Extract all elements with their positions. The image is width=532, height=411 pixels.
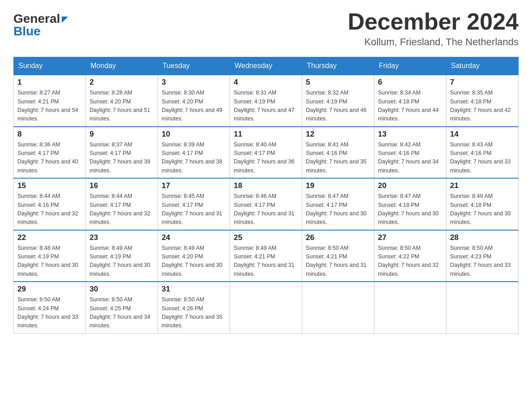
day-number: 16	[90, 181, 154, 190]
calendar-cell: 4Sunrise: 8:31 AMSunset: 4:19 PMDaylight…	[230, 75, 302, 127]
day-info: Sunrise: 8:50 AMSunset: 4:21 PMDaylight:…	[306, 244, 370, 279]
calendar-cell: 9Sunrise: 8:37 AMSunset: 4:17 PMDaylight…	[86, 127, 158, 179]
calendar-cell	[374, 282, 446, 333]
day-number: 6	[378, 78, 442, 87]
title-block: December 2024 Kollum, Friesland, The Net…	[348, 9, 519, 48]
day-info: Sunrise: 8:43 AMSunset: 4:16 PMDaylight:…	[450, 141, 515, 176]
calendar-cell: 7Sunrise: 8:35 AMSunset: 4:18 PMDaylight…	[446, 75, 519, 127]
calendar-cell: 29Sunrise: 8:50 AMSunset: 4:24 PMDayligh…	[14, 282, 86, 333]
calendar-week-4: 22Sunrise: 8:48 AMSunset: 4:19 PMDayligh…	[14, 230, 519, 282]
day-info: Sunrise: 8:27 AMSunset: 4:21 PMDaylight:…	[17, 89, 82, 124]
day-number: 7	[450, 78, 515, 87]
day-info: Sunrise: 8:37 AMSunset: 4:17 PMDaylight:…	[90, 141, 154, 176]
day-number: 10	[162, 130, 226, 139]
calendar-cell	[302, 282, 374, 333]
day-number: 20	[378, 181, 442, 190]
day-number: 27	[378, 233, 442, 242]
day-info: Sunrise: 8:46 AMSunset: 4:17 PMDaylight:…	[234, 192, 298, 227]
calendar-cell: 2Sunrise: 8:28 AMSunset: 4:20 PMDaylight…	[86, 75, 158, 127]
header-thursday: Thursday	[302, 57, 374, 75]
month-title: December 2024	[348, 9, 519, 34]
calendar-cell: 5Sunrise: 8:32 AMSunset: 4:19 PMDaylight…	[302, 75, 374, 127]
day-number: 14	[450, 130, 515, 139]
header-tuesday: Tuesday	[158, 57, 230, 75]
calendar-week-1: 1Sunrise: 8:27 AMSunset: 4:21 PMDaylight…	[14, 75, 519, 127]
calendar-cell: 19Sunrise: 8:47 AMSunset: 4:17 PMDayligh…	[302, 178, 374, 230]
page-header: General Blue December 2024 Kollum, Fries…	[13, 9, 519, 48]
calendar-cell: 20Sunrise: 8:47 AMSunset: 4:18 PMDayligh…	[374, 178, 446, 230]
calendar-cell: 3Sunrise: 8:30 AMSunset: 4:20 PMDaylight…	[158, 75, 230, 127]
calendar-cell: 30Sunrise: 8:50 AMSunset: 4:25 PMDayligh…	[86, 282, 158, 333]
logo-general-text: General	[13, 13, 68, 25]
calendar-cell: 14Sunrise: 8:43 AMSunset: 4:16 PMDayligh…	[446, 127, 519, 179]
day-number: 13	[378, 130, 442, 139]
day-number: 3	[162, 78, 226, 87]
header-sunday: Sunday	[14, 57, 86, 75]
day-number: 2	[90, 78, 154, 87]
day-info: Sunrise: 8:50 AMSunset: 4:24 PMDaylight:…	[17, 295, 82, 330]
calendar-cell: 24Sunrise: 8:49 AMSunset: 4:20 PMDayligh…	[158, 230, 230, 282]
calendar-cell: 23Sunrise: 8:49 AMSunset: 4:19 PMDayligh…	[86, 230, 158, 282]
calendar-cell: 26Sunrise: 8:50 AMSunset: 4:21 PMDayligh…	[302, 230, 374, 282]
calendar-table: Sunday Monday Tuesday Wednesday Thursday…	[13, 57, 519, 334]
header-saturday: Saturday	[446, 57, 519, 75]
day-number: 17	[162, 181, 226, 190]
location-subtitle: Kollum, Friesland, The Netherlands	[348, 36, 519, 48]
day-info: Sunrise: 8:47 AMSunset: 4:18 PMDaylight:…	[378, 192, 442, 227]
calendar-cell: 11Sunrise: 8:40 AMSunset: 4:17 PMDayligh…	[230, 127, 302, 179]
logo: General Blue	[13, 13, 68, 38]
calendar-cell: 10Sunrise: 8:39 AMSunset: 4:17 PMDayligh…	[158, 127, 230, 179]
day-number: 25	[234, 233, 298, 242]
day-info: Sunrise: 8:30 AMSunset: 4:20 PMDaylight:…	[162, 89, 226, 124]
day-info: Sunrise: 8:40 AMSunset: 4:17 PMDaylight:…	[234, 141, 298, 176]
calendar-cell: 1Sunrise: 8:27 AMSunset: 4:21 PMDaylight…	[14, 75, 86, 127]
calendar-cell: 25Sunrise: 8:49 AMSunset: 4:21 PMDayligh…	[230, 230, 302, 282]
day-number: 1	[17, 78, 82, 87]
calendar-cell: 13Sunrise: 8:42 AMSunset: 4:16 PMDayligh…	[374, 127, 446, 179]
day-info: Sunrise: 8:45 AMSunset: 4:17 PMDaylight:…	[162, 192, 226, 227]
calendar-cell: 15Sunrise: 8:44 AMSunset: 4:16 PMDayligh…	[14, 178, 86, 230]
day-number: 15	[17, 181, 82, 190]
day-info: Sunrise: 8:34 AMSunset: 4:18 PMDaylight:…	[378, 89, 442, 124]
day-number: 9	[90, 130, 154, 139]
day-number: 19	[306, 181, 370, 190]
header-monday: Monday	[86, 57, 158, 75]
calendar-cell: 6Sunrise: 8:34 AMSunset: 4:18 PMDaylight…	[374, 75, 446, 127]
day-info: Sunrise: 8:44 AMSunset: 4:17 PMDaylight:…	[90, 192, 154, 227]
day-info: Sunrise: 8:32 AMSunset: 4:19 PMDaylight:…	[306, 89, 370, 124]
day-info: Sunrise: 8:50 AMSunset: 4:22 PMDaylight:…	[378, 244, 442, 279]
day-number: 24	[162, 233, 226, 242]
day-number: 23	[90, 233, 154, 242]
day-info: Sunrise: 8:39 AMSunset: 4:17 PMDaylight:…	[162, 141, 226, 176]
day-number: 28	[450, 233, 515, 242]
day-info: Sunrise: 8:35 AMSunset: 4:18 PMDaylight:…	[450, 89, 515, 124]
day-info: Sunrise: 8:48 AMSunset: 4:19 PMDaylight:…	[17, 244, 82, 279]
calendar-cell: 12Sunrise: 8:41 AMSunset: 4:16 PMDayligh…	[302, 127, 374, 179]
day-info: Sunrise: 8:44 AMSunset: 4:16 PMDaylight:…	[17, 192, 82, 227]
day-number: 22	[17, 233, 82, 242]
day-info: Sunrise: 8:31 AMSunset: 4:19 PMDaylight:…	[234, 89, 298, 124]
calendar-cell: 17Sunrise: 8:45 AMSunset: 4:17 PMDayligh…	[158, 178, 230, 230]
day-info: Sunrise: 8:28 AMSunset: 4:20 PMDaylight:…	[90, 89, 154, 124]
calendar-header-row: Sunday Monday Tuesday Wednesday Thursday…	[14, 57, 519, 75]
day-info: Sunrise: 8:47 AMSunset: 4:17 PMDaylight:…	[306, 192, 370, 227]
calendar-week-2: 8Sunrise: 8:36 AMSunset: 4:17 PMDaylight…	[14, 127, 519, 179]
day-info: Sunrise: 8:49 AMSunset: 4:19 PMDaylight:…	[90, 244, 154, 279]
day-number: 26	[306, 233, 370, 242]
day-info: Sunrise: 8:48 AMSunset: 4:18 PMDaylight:…	[450, 192, 515, 227]
day-number: 4	[234, 78, 298, 87]
day-number: 29	[17, 285, 82, 294]
calendar-cell: 16Sunrise: 8:44 AMSunset: 4:17 PMDayligh…	[86, 178, 158, 230]
logo-blue-text: Blue	[13, 25, 41, 38]
header-wednesday: Wednesday	[230, 57, 302, 75]
day-number: 21	[450, 181, 515, 190]
calendar-week-3: 15Sunrise: 8:44 AMSunset: 4:16 PMDayligh…	[14, 178, 519, 230]
day-info: Sunrise: 8:41 AMSunset: 4:16 PMDaylight:…	[306, 141, 370, 176]
day-info: Sunrise: 8:42 AMSunset: 4:16 PMDaylight:…	[378, 141, 442, 176]
day-number: 12	[306, 130, 370, 139]
calendar-cell: 18Sunrise: 8:46 AMSunset: 4:17 PMDayligh…	[230, 178, 302, 230]
calendar-cell: 31Sunrise: 8:50 AMSunset: 4:26 PMDayligh…	[158, 282, 230, 333]
day-info: Sunrise: 8:50 AMSunset: 4:26 PMDaylight:…	[162, 295, 226, 330]
calendar-cell: 28Sunrise: 8:50 AMSunset: 4:23 PMDayligh…	[446, 230, 519, 282]
day-number: 11	[234, 130, 298, 139]
